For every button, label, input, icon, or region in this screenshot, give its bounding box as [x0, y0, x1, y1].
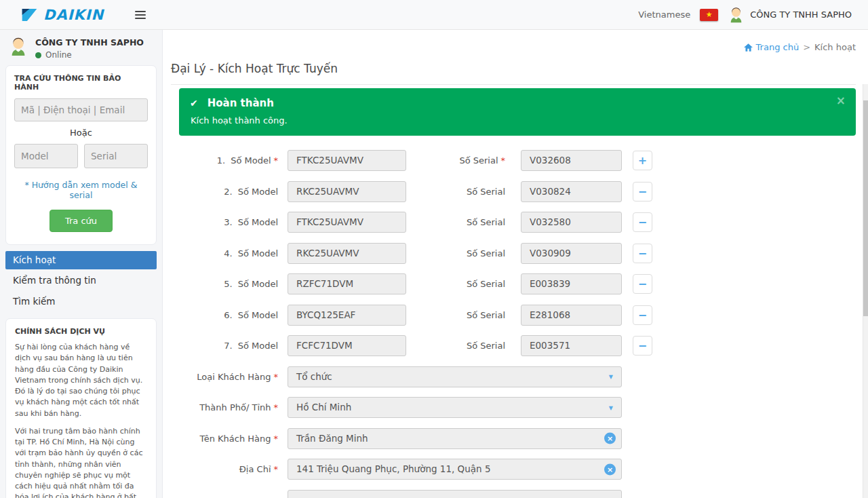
serial-label: Số Serial* — [406, 310, 505, 320]
required-asterisk: * — [274, 402, 279, 413]
model-label: 1.Số Model* — [163, 155, 278, 166]
partial-select-field[interactable]: ▼ — [288, 490, 622, 498]
model-label: 4.Số Model* — [163, 248, 278, 258]
serial-label: Số Serial* — [406, 155, 505, 166]
breadcrumb: Trang chủ > Kích hoạt — [744, 42, 856, 52]
menu-icon[interactable] — [135, 11, 146, 19]
customer-field-label: Loại Khách Hàng* — [163, 372, 278, 382]
serial-label: Số Serial* — [406, 341, 505, 351]
model-label: 2.Số Model* — [163, 187, 278, 197]
remove-row-button[interactable]: − — [633, 274, 652, 294]
device-row: 2.Số Model* RKC25UAVMV Số Serial* V03082… — [163, 176, 856, 208]
model-input[interactable]: FTKC25UAVMV — [288, 212, 406, 233]
remove-row-button[interactable]: − — [633, 336, 652, 356]
customer-text-field[interactable]: Trần Đăng Minh × — [288, 428, 622, 449]
model-label: 3.Số Model* — [163, 217, 278, 227]
daikin-logo[interactable]: DAIKIN — [20, 7, 104, 23]
required-asterisk: * — [274, 155, 279, 166]
required-asterisk: * — [274, 372, 279, 382]
sidebar-item-search[interactable]: Tìm kiếm — [5, 292, 157, 311]
sidebar-item-check-info[interactable]: Kiểm tra thông tin — [5, 271, 157, 290]
customer-text-field[interactable]: 141 Triệu Quang Phục, Phường 11, Quận 5 … — [288, 459, 622, 480]
customer-field-label: Thành Phố/ Tỉnh* — [163, 402, 278, 413]
device-row: 7.Số Model* FCFC71DVM Số Serial* E003571… — [163, 330, 856, 362]
serial-input[interactable]: V032608 — [521, 150, 622, 171]
remove-row-button[interactable]: − — [633, 182, 652, 202]
sidebar-user-name: CÔNG TY TNHH SAPHO — [35, 37, 144, 47]
model-label: 7.Số Model* — [163, 341, 278, 351]
model-search-input[interactable]: Model — [14, 144, 78, 168]
top-user-name: CÔNG TY TNHH SAPHO — [750, 9, 852, 20]
customer-field-row: Thành Phố/ Tỉnh* Hồ Chí Minh ▼ — [163, 392, 856, 423]
model-input[interactable]: RKC25UAVMV — [288, 181, 406, 202]
alert-message: Kích hoạt thành công. — [190, 115, 845, 126]
close-icon[interactable]: × — [836, 95, 846, 107]
model-input[interactable]: RKC25UAVMV — [288, 243, 406, 264]
sidebar-nav: Kích hoạtKiểm tra thông tinTìm kiếm — [5, 251, 157, 311]
top-bar: DAIKIN Vietnamese ★ CÔNG TY TNHH SAPHO — [0, 0, 868, 30]
vietnam-flag-icon[interactable]: ★ — [700, 9, 718, 21]
clear-icon[interactable]: × — [604, 433, 616, 444]
chevron-down-icon: ▼ — [609, 367, 613, 387]
device-row: 3.Số Model* FTKC25UAVMV Số Serial* V0325… — [163, 207, 856, 238]
serial-input[interactable]: V030909 — [521, 243, 622, 264]
code-phone-email-input[interactable]: Mã | Điện thoại | Email — [14, 98, 148, 121]
model-label: 6.Số Model* — [163, 310, 278, 320]
scrollbar-thumb[interactable] — [863, 100, 868, 316]
serial-label: Số Serial* — [406, 217, 505, 227]
online-status-label: Online — [45, 50, 72, 60]
breadcrumb-home-link[interactable]: Trang chủ — [744, 42, 800, 52]
partial-next-row: ▼ — [163, 485, 856, 498]
main-content: Trang chủ > Kích hoạt Đại Lý - Kích Hoạt… — [163, 30, 863, 498]
serial-input[interactable]: E281068 — [521, 305, 622, 326]
policy-paragraph: Sự hài lòng của khách hàng về dịch vụ sa… — [15, 342, 147, 419]
user-menu[interactable]: CÔNG TY TNHH SAPHO — [728, 6, 852, 23]
sidebar-item-activate[interactable]: Kích hoạt — [5, 251, 157, 269]
chevron-down-icon: ▼ — [609, 491, 613, 498]
add-row-button[interactable]: + — [633, 151, 652, 170]
device-row: 5.Số Model* RZFC71DVM Số Serial* E003839… — [163, 269, 856, 300]
sidebar-user-panel: CÔNG TY TNHH SAPHO Online — [0, 30, 162, 65]
serial-input[interactable]: V032580 — [521, 212, 622, 233]
customer-field-label: Tên Khách Hàng* — [163, 434, 278, 444]
serial-search-input[interactable]: Serial — [84, 144, 148, 168]
remove-row-button[interactable]: − — [633, 212, 652, 232]
language-label[interactable]: Vietnamese — [638, 9, 690, 20]
required-asterisk: * — [501, 155, 506, 166]
warranty-search-card: TRA CỨU THÔNG TIN BẢO HÀNH Mã | Điện tho… — [5, 65, 157, 245]
or-label: Hoặc — [14, 128, 148, 138]
serial-input[interactable]: V030824 — [521, 181, 622, 202]
device-row: 6.Số Model* BYCQ125EAF Số Serial* E28106… — [163, 300, 856, 331]
customer-field-row: Loại Khách Hàng* Tổ chức ▼ — [163, 362, 856, 393]
avatar — [728, 6, 745, 23]
home-icon — [744, 43, 753, 52]
required-asterisk: * — [274, 464, 279, 474]
page-title: Đại Lý - Kích Hoạt Trực Tuyến — [171, 62, 856, 85]
search-card-title: TRA CỨU THÔNG TIN BẢO HÀNH — [14, 74, 148, 92]
clear-icon[interactable]: × — [604, 463, 616, 475]
remove-row-button[interactable]: − — [633, 244, 652, 263]
model-input[interactable]: FCFC71DVM — [288, 335, 406, 356]
sidebar: CÔNG TY TNHH SAPHO Online TRA CỨU THÔNG … — [0, 30, 163, 498]
serial-input[interactable]: E003571 — [521, 335, 622, 356]
breadcrumb-current: Kích hoạt — [814, 42, 856, 52]
customer-field-row: Tên Khách Hàng* Trần Đăng Minh × — [163, 423, 856, 455]
online-status-dot — [35, 52, 41, 58]
daikin-logo-mark — [20, 7, 39, 23]
search-button[interactable]: Tra cứu — [50, 210, 113, 232]
model-serial-guide-link[interactable]: * Hướng dẫn xem model & serial — [14, 180, 148, 200]
alert-title: Hoàn thành — [208, 97, 274, 109]
customer-select-field[interactable]: Hồ Chí Minh ▼ — [288, 397, 622, 418]
activation-form: 1.Số Model* FTKC25UAVMV Số Serial* V0326… — [163, 145, 856, 498]
remove-row-button[interactable]: − — [633, 305, 652, 325]
model-input[interactable]: BYCQ125EAF — [288, 305, 406, 326]
serial-label: Số Serial* — [406, 279, 505, 289]
customer-select-field[interactable]: Tổ chức ▼ — [288, 366, 622, 387]
scrollbar-track — [863, 84, 868, 498]
model-label: 5.Số Model* — [163, 279, 278, 289]
model-input[interactable]: RZFC71DVM — [288, 273, 406, 294]
serial-input[interactable]: E003839 — [521, 273, 622, 294]
model-input[interactable]: FTKC25UAVMV — [288, 150, 406, 171]
customer-field-label: Địa Chỉ* — [163, 464, 278, 474]
breadcrumb-separator: > — [803, 42, 810, 52]
